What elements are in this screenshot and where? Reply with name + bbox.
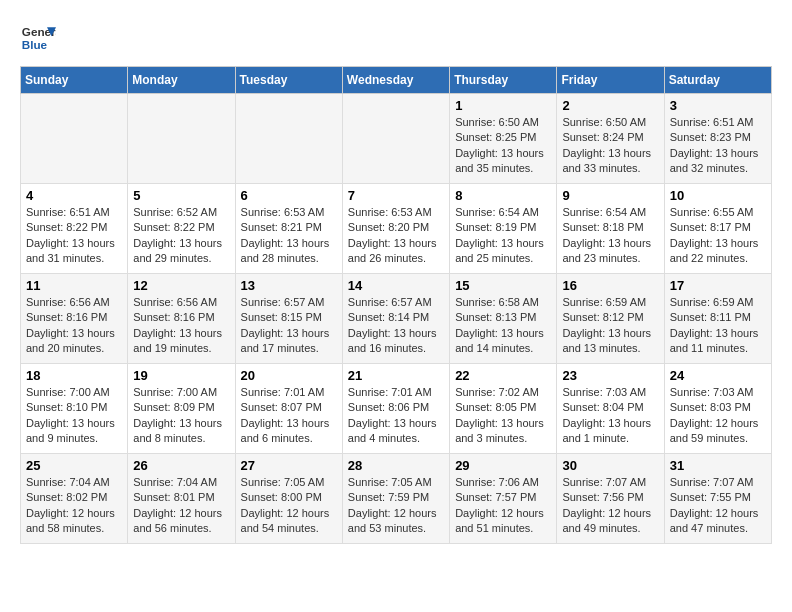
calendar-cell: 13Sunrise: 6:57 AM Sunset: 8:15 PM Dayli… <box>235 274 342 364</box>
day-info: Sunrise: 6:55 AM Sunset: 8:17 PM Dayligh… <box>670 205 766 267</box>
day-info: Sunrise: 6:53 AM Sunset: 8:21 PM Dayligh… <box>241 205 337 267</box>
day-info: Sunrise: 7:04 AM Sunset: 8:01 PM Dayligh… <box>133 475 229 537</box>
logo: General Blue <box>20 20 56 56</box>
day-info: Sunrise: 6:51 AM Sunset: 8:23 PM Dayligh… <box>670 115 766 177</box>
day-number: 24 <box>670 368 766 383</box>
calendar-cell: 28Sunrise: 7:05 AM Sunset: 7:59 PM Dayli… <box>342 454 449 544</box>
calendar-cell: 4Sunrise: 6:51 AM Sunset: 8:22 PM Daylig… <box>21 184 128 274</box>
calendar-header-row: SundayMondayTuesdayWednesdayThursdayFrid… <box>21 67 772 94</box>
week-row-2: 4Sunrise: 6:51 AM Sunset: 8:22 PM Daylig… <box>21 184 772 274</box>
calendar-cell: 1Sunrise: 6:50 AM Sunset: 8:25 PM Daylig… <box>450 94 557 184</box>
calendar-cell: 22Sunrise: 7:02 AM Sunset: 8:05 PM Dayli… <box>450 364 557 454</box>
week-row-1: 1Sunrise: 6:50 AM Sunset: 8:25 PM Daylig… <box>21 94 772 184</box>
calendar-cell: 29Sunrise: 7:06 AM Sunset: 7:57 PM Dayli… <box>450 454 557 544</box>
day-info: Sunrise: 7:07 AM Sunset: 7:56 PM Dayligh… <box>562 475 658 537</box>
day-number: 6 <box>241 188 337 203</box>
calendar-cell: 20Sunrise: 7:01 AM Sunset: 8:07 PM Dayli… <box>235 364 342 454</box>
day-number: 3 <box>670 98 766 113</box>
day-info: Sunrise: 6:56 AM Sunset: 8:16 PM Dayligh… <box>133 295 229 357</box>
day-number: 15 <box>455 278 551 293</box>
column-header-sunday: Sunday <box>21 67 128 94</box>
day-number: 12 <box>133 278 229 293</box>
day-info: Sunrise: 7:06 AM Sunset: 7:57 PM Dayligh… <box>455 475 551 537</box>
day-number: 5 <box>133 188 229 203</box>
day-number: 20 <box>241 368 337 383</box>
day-info: Sunrise: 6:52 AM Sunset: 8:22 PM Dayligh… <box>133 205 229 267</box>
calendar-cell <box>21 94 128 184</box>
day-number: 27 <box>241 458 337 473</box>
day-info: Sunrise: 7:01 AM Sunset: 8:07 PM Dayligh… <box>241 385 337 447</box>
day-info: Sunrise: 7:04 AM Sunset: 8:02 PM Dayligh… <box>26 475 122 537</box>
calendar-cell: 8Sunrise: 6:54 AM Sunset: 8:19 PM Daylig… <box>450 184 557 274</box>
day-number: 18 <box>26 368 122 383</box>
svg-text:Blue: Blue <box>22 38 48 51</box>
day-number: 9 <box>562 188 658 203</box>
day-info: Sunrise: 6:54 AM Sunset: 8:18 PM Dayligh… <box>562 205 658 267</box>
calendar-cell: 18Sunrise: 7:00 AM Sunset: 8:10 PM Dayli… <box>21 364 128 454</box>
day-number: 25 <box>26 458 122 473</box>
day-info: Sunrise: 6:50 AM Sunset: 8:24 PM Dayligh… <box>562 115 658 177</box>
day-number: 31 <box>670 458 766 473</box>
day-number: 7 <box>348 188 444 203</box>
calendar-cell: 12Sunrise: 6:56 AM Sunset: 8:16 PM Dayli… <box>128 274 235 364</box>
day-info: Sunrise: 7:01 AM Sunset: 8:06 PM Dayligh… <box>348 385 444 447</box>
column-header-wednesday: Wednesday <box>342 67 449 94</box>
calendar-cell: 19Sunrise: 7:00 AM Sunset: 8:09 PM Dayli… <box>128 364 235 454</box>
calendar-cell: 30Sunrise: 7:07 AM Sunset: 7:56 PM Dayli… <box>557 454 664 544</box>
calendar-cell: 25Sunrise: 7:04 AM Sunset: 8:02 PM Dayli… <box>21 454 128 544</box>
calendar-cell: 27Sunrise: 7:05 AM Sunset: 8:00 PM Dayli… <box>235 454 342 544</box>
day-number: 21 <box>348 368 444 383</box>
day-info: Sunrise: 7:02 AM Sunset: 8:05 PM Dayligh… <box>455 385 551 447</box>
calendar-cell: 7Sunrise: 6:53 AM Sunset: 8:20 PM Daylig… <box>342 184 449 274</box>
calendar-cell: 2Sunrise: 6:50 AM Sunset: 8:24 PM Daylig… <box>557 94 664 184</box>
week-row-4: 18Sunrise: 7:00 AM Sunset: 8:10 PM Dayli… <box>21 364 772 454</box>
day-number: 10 <box>670 188 766 203</box>
day-info: Sunrise: 7:05 AM Sunset: 7:59 PM Dayligh… <box>348 475 444 537</box>
day-number: 30 <box>562 458 658 473</box>
day-info: Sunrise: 6:58 AM Sunset: 8:13 PM Dayligh… <box>455 295 551 357</box>
day-info: Sunrise: 7:00 AM Sunset: 8:10 PM Dayligh… <box>26 385 122 447</box>
day-info: Sunrise: 6:53 AM Sunset: 8:20 PM Dayligh… <box>348 205 444 267</box>
day-number: 23 <box>562 368 658 383</box>
day-info: Sunrise: 7:00 AM Sunset: 8:09 PM Dayligh… <box>133 385 229 447</box>
day-number: 13 <box>241 278 337 293</box>
day-number: 11 <box>26 278 122 293</box>
day-number: 26 <box>133 458 229 473</box>
day-number: 1 <box>455 98 551 113</box>
day-number: 22 <box>455 368 551 383</box>
calendar-cell <box>342 94 449 184</box>
calendar-cell: 17Sunrise: 6:59 AM Sunset: 8:11 PM Dayli… <box>664 274 771 364</box>
calendar-cell: 10Sunrise: 6:55 AM Sunset: 8:17 PM Dayli… <box>664 184 771 274</box>
day-info: Sunrise: 6:57 AM Sunset: 8:14 PM Dayligh… <box>348 295 444 357</box>
column-header-tuesday: Tuesday <box>235 67 342 94</box>
day-number: 8 <box>455 188 551 203</box>
column-header-thursday: Thursday <box>450 67 557 94</box>
calendar-cell <box>235 94 342 184</box>
day-info: Sunrise: 6:57 AM Sunset: 8:15 PM Dayligh… <box>241 295 337 357</box>
day-info: Sunrise: 7:03 AM Sunset: 8:04 PM Dayligh… <box>562 385 658 447</box>
column-header-saturday: Saturday <box>664 67 771 94</box>
day-number: 2 <box>562 98 658 113</box>
calendar-cell <box>128 94 235 184</box>
calendar-cell: 15Sunrise: 6:58 AM Sunset: 8:13 PM Dayli… <box>450 274 557 364</box>
logo-icon: General Blue <box>20 20 56 56</box>
calendar-cell: 5Sunrise: 6:52 AM Sunset: 8:22 PM Daylig… <box>128 184 235 274</box>
calendar-cell: 6Sunrise: 6:53 AM Sunset: 8:21 PM Daylig… <box>235 184 342 274</box>
day-info: Sunrise: 6:51 AM Sunset: 8:22 PM Dayligh… <box>26 205 122 267</box>
day-info: Sunrise: 7:05 AM Sunset: 8:00 PM Dayligh… <box>241 475 337 537</box>
header: General Blue <box>20 20 772 56</box>
day-info: Sunrise: 6:59 AM Sunset: 8:11 PM Dayligh… <box>670 295 766 357</box>
calendar-cell: 31Sunrise: 7:07 AM Sunset: 7:55 PM Dayli… <box>664 454 771 544</box>
calendar-cell: 9Sunrise: 6:54 AM Sunset: 8:18 PM Daylig… <box>557 184 664 274</box>
day-info: Sunrise: 7:07 AM Sunset: 7:55 PM Dayligh… <box>670 475 766 537</box>
day-number: 4 <box>26 188 122 203</box>
day-info: Sunrise: 6:59 AM Sunset: 8:12 PM Dayligh… <box>562 295 658 357</box>
calendar-cell: 16Sunrise: 6:59 AM Sunset: 8:12 PM Dayli… <box>557 274 664 364</box>
calendar-cell: 3Sunrise: 6:51 AM Sunset: 8:23 PM Daylig… <box>664 94 771 184</box>
calendar-cell: 11Sunrise: 6:56 AM Sunset: 8:16 PM Dayli… <box>21 274 128 364</box>
column-header-monday: Monday <box>128 67 235 94</box>
calendar-cell: 26Sunrise: 7:04 AM Sunset: 8:01 PM Dayli… <box>128 454 235 544</box>
week-row-5: 25Sunrise: 7:04 AM Sunset: 8:02 PM Dayli… <box>21 454 772 544</box>
calendar-cell: 14Sunrise: 6:57 AM Sunset: 8:14 PM Dayli… <box>342 274 449 364</box>
day-number: 29 <box>455 458 551 473</box>
